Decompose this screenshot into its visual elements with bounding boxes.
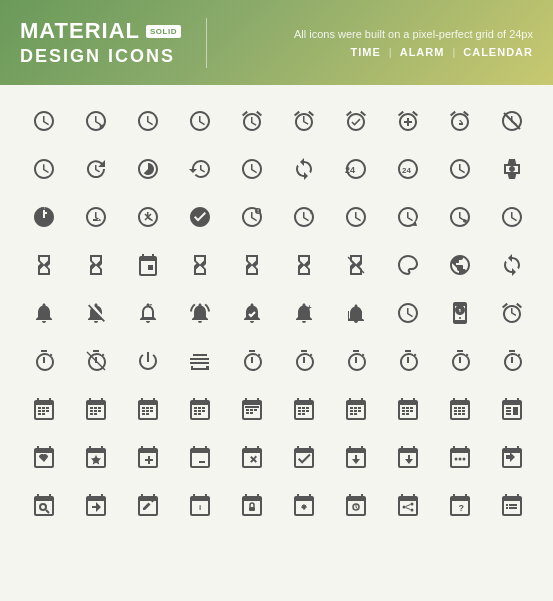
icon-alarm-add[interactable]: [384, 100, 432, 142]
icon-calendar-search[interactable]: [20, 484, 68, 526]
icon-clock-x[interactable]: [124, 196, 172, 238]
icon-calendar-question[interactable]: ?: [436, 484, 484, 526]
icon-globe[interactable]: [436, 244, 484, 286]
icon-clock-arrow[interactable]: [176, 100, 224, 142]
icon-calendar-star[interactable]: [72, 436, 120, 478]
icon-clock-plus[interactable]: [20, 196, 68, 238]
icon-calendar-remove[interactable]: [176, 436, 224, 478]
icon-clock-question[interactable]: ?: [280, 196, 328, 238]
icon-calendar-detail[interactable]: [488, 388, 536, 430]
icon-bell-z[interactable]: Z: [124, 292, 172, 334]
icon-bell[interactable]: [20, 292, 68, 334]
icon-time-lapse[interactable]: [124, 148, 172, 190]
svg-rect-66: [410, 407, 413, 409]
icon-alarm-bell[interactable]: [488, 292, 536, 334]
icon-hourglass-disabled[interactable]: [332, 244, 380, 286]
icon-calendar-dots[interactable]: [436, 436, 484, 478]
icon-hourglass-half[interactable]: [176, 244, 224, 286]
nav-calendar[interactable]: CALENDAR: [463, 46, 533, 58]
icon-alarm-clock[interactable]: [228, 100, 276, 142]
svg-rect-61: [358, 410, 361, 412]
icon-calendar-nav[interactable]: [72, 484, 120, 526]
icon-clock-settings[interactable]: [488, 196, 536, 238]
icon-hourglass-bottom[interactable]: [280, 244, 328, 286]
icon-clock-arrow-up-right[interactable]: [124, 100, 172, 142]
icon-power[interactable]: [124, 340, 172, 382]
icon-clock-search[interactable]: [384, 196, 432, 238]
icon-calendar-list[interactable]: [488, 484, 536, 526]
icon-bell-check[interactable]: [228, 292, 276, 334]
icon-bell-off[interactable]: [72, 292, 120, 334]
icon-calendar-add[interactable]: [124, 436, 172, 478]
icon-bell-ring[interactable]: [176, 292, 224, 334]
icon-clock-outline[interactable]: [436, 148, 484, 190]
icon-clock-exclaim[interactable]: !: [228, 196, 276, 238]
icon-calendar-clock[interactable]: [332, 484, 380, 526]
icon-24h-2[interactable]: 24: [384, 148, 432, 190]
icon-timer-watch[interactable]: [488, 340, 536, 382]
icon-calendar-check[interactable]: [280, 436, 328, 478]
icon-calendar-down[interactable]: [384, 436, 432, 478]
icon-calendar-7[interactable]: [332, 388, 380, 430]
icon-sync-2[interactable]: [488, 244, 536, 286]
icon-bell-plus[interactable]: +: [280, 292, 328, 334]
icon-hourglass-empty[interactable]: [20, 244, 68, 286]
icon-timer-undo[interactable]: [436, 340, 484, 382]
icon-calendar-info[interactable]: i: [176, 484, 224, 526]
icon-update[interactable]: [72, 148, 120, 190]
icon-clock-check[interactable]: [176, 196, 224, 238]
icon-calendar-lock[interactable]: [228, 484, 276, 526]
icon-hourglass-full[interactable]: [72, 244, 120, 286]
icon-calendar-6[interactable]: [280, 388, 328, 430]
icon-calendar-2[interactable]: [72, 388, 120, 430]
icon-calendar-up[interactable]: [332, 436, 380, 478]
icon-clock-note[interactable]: [332, 196, 380, 238]
icon-calendar-share[interactable]: [384, 484, 432, 526]
icon-clock-small-2[interactable]: [384, 292, 432, 334]
icon-timer-alarm[interactable]: [332, 340, 380, 382]
nav-alarm[interactable]: ALARM: [400, 46, 445, 58]
icon-calendar-heart[interactable]: [20, 436, 68, 478]
icon-hourglass-top[interactable]: [228, 244, 276, 286]
icon-clock-slash[interactable]: [488, 100, 536, 142]
icon-history[interactable]: [176, 148, 224, 190]
icon-timer-reset[interactable]: [228, 340, 276, 382]
icon-sync[interactable]: [280, 148, 328, 190]
svg-rect-69: [410, 410, 413, 412]
icon-calendar-4[interactable]: [176, 388, 224, 430]
svg-line-90: [46, 510, 49, 513]
icon-calendar-3[interactable]: [124, 388, 172, 430]
icon-calendar-8[interactable]: [384, 388, 432, 430]
icon-calendar-settings[interactable]: [280, 484, 328, 526]
icon-alarm-clock-2[interactable]: [280, 100, 328, 142]
material-text-row: MATERIAL SOLID: [20, 18, 181, 44]
icon-clock-minus[interactable]: [72, 196, 120, 238]
nav-time[interactable]: TIME: [351, 46, 381, 58]
icon-calendar-edit[interactable]: [124, 484, 172, 526]
icon-alarm-on[interactable]: [332, 100, 380, 142]
icon-watch[interactable]: [488, 148, 536, 190]
icon-24h[interactable]: 24: [332, 148, 380, 190]
icon-phone-clock[interactable]: [436, 292, 484, 334]
icon-clock-small[interactable]: [228, 148, 276, 190]
icon-calendar-close[interactable]: [228, 436, 276, 478]
icon-clock-arrow-down-right[interactable]: [72, 100, 120, 142]
icon-pin[interactable]: [124, 244, 172, 286]
svg-point-88: [463, 458, 466, 461]
icon-timer-settings[interactable]: [384, 340, 432, 382]
icon-calendar-exit[interactable]: [488, 436, 536, 478]
svg-rect-58: [358, 407, 361, 409]
icon-power-input[interactable]: [176, 340, 224, 382]
icon-calendar-5[interactable]: [228, 388, 276, 430]
icon-calendar-1[interactable]: [20, 388, 68, 430]
icon-bell-vibrate[interactable]: [332, 292, 380, 334]
icon-clock[interactable]: [20, 100, 68, 142]
icon-butterfly[interactable]: [384, 244, 432, 286]
icon-snooze[interactable]: [436, 100, 484, 142]
icon-clock-edit[interactable]: [436, 196, 484, 238]
icon-schedule[interactable]: [20, 148, 68, 190]
icon-timer-off[interactable]: [72, 340, 120, 382]
icon-timer-pause[interactable]: [280, 340, 328, 382]
icon-timer-info[interactable]: [20, 340, 68, 382]
icon-calendar-grid[interactable]: [436, 388, 484, 430]
